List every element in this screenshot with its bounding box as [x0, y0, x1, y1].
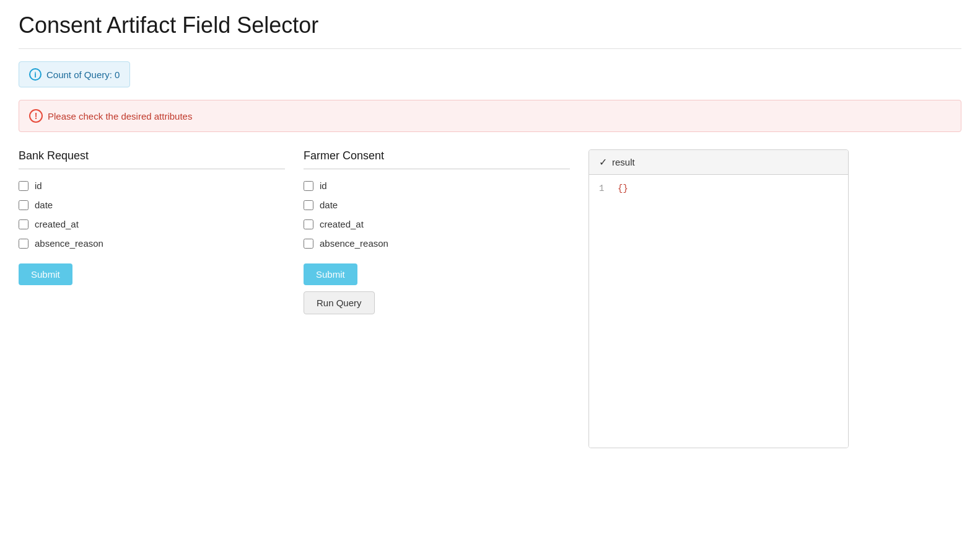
warning-banner: ! Please check the desired attributes: [19, 100, 961, 132]
bank-request-field-absence-reason[interactable]: absence_reason: [19, 238, 285, 249]
farmer-consent-field-created-at[interactable]: created_at: [304, 219, 570, 229]
warning-banner-text: Please check the desired attributes: [48, 111, 192, 122]
farmer-consent-label-absence-reason: absence_reason: [320, 238, 388, 249]
farmer-consent-fields: id date created_at absence_reason: [304, 180, 570, 249]
result-line-1: 1 {}: [589, 182, 848, 195]
bank-request-field-date[interactable]: date: [19, 200, 285, 210]
line-number-1: 1: [599, 183, 618, 193]
farmer-consent-field-id[interactable]: id: [304, 180, 570, 191]
farmer-consent-submit-button[interactable]: Submit: [304, 263, 357, 285]
info-banner: i Count of Query: 0: [19, 61, 130, 87]
bank-request-checkbox-date[interactable]: [19, 200, 28, 210]
farmer-consent-label-id: id: [320, 180, 327, 191]
farmer-consent-checkbox-date[interactable]: [304, 200, 313, 210]
bank-request-field-id[interactable]: id: [19, 180, 285, 191]
bank-request-label-id: id: [35, 180, 42, 191]
bank-request-submit-button[interactable]: Submit: [19, 263, 72, 285]
farmer-consent-checkbox-created-at[interactable]: [304, 219, 313, 229]
bank-request-divider: [19, 169, 285, 169]
farmer-consent-field-absence-reason[interactable]: absence_reason: [304, 238, 570, 249]
info-icon: i: [29, 68, 42, 81]
title-divider: [19, 48, 961, 49]
main-content: Bank Request id date created_at absence_…: [19, 149, 961, 448]
page-title: Consent Artifact Field Selector: [19, 12, 961, 38]
farmer-consent-field-date[interactable]: date: [304, 200, 570, 210]
bank-request-label-date: date: [35, 200, 53, 210]
checkmark-icon: ✓: [599, 156, 607, 168]
farmer-consent-title: Farmer Consent: [304, 149, 570, 162]
bank-request-checkbox-absence-reason[interactable]: [19, 239, 28, 249]
bank-request-section: Bank Request id date created_at absence_…: [19, 149, 304, 291]
result-header-label: result: [612, 157, 635, 167]
farmer-consent-section: Farmer Consent id date created_at absenc…: [304, 149, 588, 314]
warning-icon: !: [29, 109, 43, 123]
bank-request-checkbox-created-at[interactable]: [19, 219, 28, 229]
farmer-consent-label-date: date: [320, 200, 338, 210]
line-content-1: {}: [618, 183, 628, 193]
bank-request-label-absence-reason: absence_reason: [35, 238, 103, 249]
result-body: 1 {}: [589, 175, 848, 448]
farmer-consent-label-created-at: created_at: [320, 219, 364, 229]
bank-request-checkbox-id[interactable]: [19, 181, 28, 191]
run-query-button[interactable]: Run Query: [304, 291, 375, 314]
bank-request-label-created-at: created_at: [35, 219, 79, 229]
bank-request-field-created-at[interactable]: created_at: [19, 219, 285, 229]
farmer-consent-divider: [304, 169, 570, 169]
farmer-consent-checkbox-id[interactable]: [304, 181, 313, 191]
info-banner-text: Count of Query: 0: [46, 69, 120, 80]
bank-request-fields: id date created_at absence_reason: [19, 180, 285, 249]
bank-request-title: Bank Request: [19, 149, 285, 162]
farmer-consent-checkbox-absence-reason[interactable]: [304, 239, 313, 249]
result-panel: ✓ result 1 {}: [588, 149, 849, 448]
result-header: ✓ result: [589, 150, 848, 175]
